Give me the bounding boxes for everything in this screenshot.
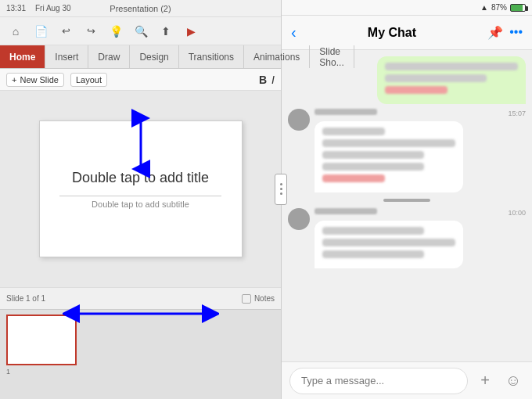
new-slide-button[interactable]: + New Slide	[6, 73, 64, 87]
pin-icon[interactable]: 📌	[487, 25, 503, 40]
chat-messages-list: 15:07 10:00	[282, 50, 532, 361]
notes-checkbox[interactable]	[242, 294, 251, 304]
message-bubble-received-2	[315, 221, 463, 268]
doc-title: Presentation (2)	[110, 4, 171, 13]
nav-tabs: Home Insert Draw Design Transitions Anim…	[0, 45, 281, 69]
thumbnail-strip: 1	[0, 309, 281, 399]
msg-line-2	[385, 74, 487, 82]
tab-animations[interactable]: Animations	[244, 45, 310, 68]
emoji-button[interactable]: ☺	[502, 370, 524, 392]
wifi-icon: ▲	[480, 3, 488, 12]
slide-title: Double tap to add title	[72, 170, 209, 186]
tab-insert[interactable]: Insert	[45, 45, 88, 68]
r2-line-3	[322, 250, 424, 258]
r1-line-2	[322, 139, 455, 147]
chat-input-bar: + ☺	[282, 361, 532, 399]
powerpoint-panel: 13:31 Fri Aug 30 Presentation (2) ⌂ 📄 ↩ …	[0, 0, 282, 399]
slide-toolbar: + New Slide Layout B I	[0, 69, 281, 91]
tab-slideshow[interactable]: Slide Sho...	[310, 45, 354, 68]
resize-dot-1	[280, 183, 282, 185]
search-toolbar-icon[interactable]: 🔍	[130, 21, 152, 41]
chat-back-button[interactable]: ‹	[291, 23, 297, 41]
message-row-received-2: 10:00	[288, 208, 526, 268]
home-toolbar-icon[interactable]: ⌂	[5, 21, 27, 41]
tab-transitions[interactable]: Transitions	[179, 45, 244, 68]
slide-area: Double tap to add title Double tap to ad…	[0, 91, 281, 287]
attach-button[interactable]: +	[474, 370, 496, 392]
sender-name-1	[315, 109, 377, 115]
r2-line-2	[322, 239, 455, 246]
avatar-1	[288, 109, 310, 131]
msg-line-3	[385, 86, 448, 94]
share-toolbar-icon[interactable]: ⬆	[155, 21, 177, 41]
avatar-2	[288, 208, 310, 230]
status-time: 13:31	[6, 4, 26, 13]
slide-subtitle: Double tap to add subtitle	[92, 200, 189, 209]
italic-button[interactable]: I	[271, 74, 275, 86]
title-bar: 13:31 Fri Aug 30 Presentation (2)	[0, 0, 281, 17]
resize-dot-2	[280, 188, 282, 190]
file-toolbar-icon[interactable]: 📄	[30, 21, 52, 41]
redo-toolbar-icon[interactable]: ↪	[80, 21, 102, 41]
bulb-toolbar-icon[interactable]: 💡	[105, 21, 127, 41]
slide-canvas[interactable]: Double tap to add title Double tap to ad…	[39, 120, 243, 257]
notes-label: Notes	[254, 294, 275, 303]
slide-thumb-number: 1	[5, 368, 276, 376]
tab-draw[interactable]: Draw	[88, 45, 130, 68]
tab-home[interactable]: Home	[0, 45, 45, 68]
chat-title: My Chat	[303, 26, 482, 40]
scroll-indicator	[383, 199, 430, 202]
message-bubble-sent-1	[377, 56, 526, 104]
msg-time-1: 15:07	[508, 110, 526, 117]
r1-line-3	[322, 151, 424, 159]
r2-line-1	[322, 227, 424, 235]
chat-header-icons: 📌 •••	[487, 25, 523, 40]
status-day: Fri Aug 30	[35, 4, 71, 13]
r1-line-1	[322, 128, 385, 135]
chat-status-bar: ▲ 87%	[282, 0, 532, 16]
slide-thumbnail-1[interactable]	[6, 315, 77, 365]
battery-icon	[510, 4, 526, 12]
r1-line-4	[322, 163, 424, 171]
bottom-status-bar: Slide 1 of 1 Notes	[0, 287, 281, 309]
toolbar-row: ⌂ 📄 ↩ ↪ 💡 🔍 ⬆ ▶	[0, 17, 281, 45]
sender-name-2	[315, 208, 377, 214]
msg-time-2: 10:00	[508, 209, 526, 217]
battery-level: 87%	[491, 3, 507, 12]
play-toolbar-icon[interactable]: ▶	[180, 21, 202, 41]
notes-toggle[interactable]: Notes	[242, 294, 275, 304]
resize-dot-3	[280, 192, 282, 195]
undo-toolbar-icon[interactable]: ↩	[55, 21, 77, 41]
message-input[interactable]	[289, 368, 468, 394]
panel-resize-handle[interactable]	[275, 174, 287, 205]
more-options-icon[interactable]: •••	[509, 25, 523, 40]
message-row-received-1: 15:07	[288, 109, 526, 192]
tab-design[interactable]: Design	[130, 45, 178, 68]
r1-line-5	[322, 174, 385, 182]
slide-count: Slide 1 of 1	[6, 294, 45, 303]
layout-button[interactable]: Layout	[70, 73, 107, 87]
msg-line-1	[385, 63, 518, 70]
message-bubble-received-1	[315, 121, 463, 192]
bold-button[interactable]: B	[259, 74, 267, 86]
